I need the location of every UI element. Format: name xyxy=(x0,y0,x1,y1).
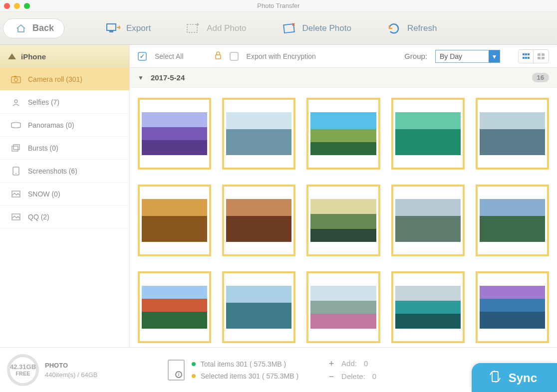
svg-rect-25 xyxy=(492,372,498,382)
svg-rect-0 xyxy=(107,24,116,30)
back-button[interactable]: Back xyxy=(3,18,64,38)
disclosure-triangle-icon: ▼ xyxy=(138,74,144,81)
sidebar-item-label: QQ (2) xyxy=(28,213,49,221)
sidebar: iPhone Camera roll (301) Selfies (7) Pan… xyxy=(0,45,130,347)
sync-icon xyxy=(489,370,502,386)
title-bar: Photo Transfer xyxy=(0,0,557,12)
storage-amount: 42.31GB xyxy=(10,363,36,371)
group-value: By Day xyxy=(440,52,462,60)
refresh-icon xyxy=(386,22,401,35)
filter-bar: ✓ Select All Export with Encryption Grou… xyxy=(130,45,557,68)
document-info-icon: i xyxy=(168,360,185,381)
photo-thumbnail[interactable] xyxy=(222,98,295,170)
refresh-button[interactable]: Refresh xyxy=(386,22,437,35)
delete-photo-button[interactable]: Delete Photo xyxy=(281,22,351,35)
svg-rect-23 xyxy=(538,57,541,59)
svg-rect-17 xyxy=(528,53,530,55)
encryption-label: Export with Encryption xyxy=(247,52,316,60)
photo-heading: PHOTO xyxy=(45,362,98,369)
minus-icon: − xyxy=(328,370,334,383)
grid-view-button[interactable] xyxy=(519,50,534,63)
sidebar-item-screenshots[interactable]: Screenshots (6) xyxy=(0,160,129,183)
svg-rect-2 xyxy=(187,24,197,32)
photo-subtext: 440item(s) / 64GB xyxy=(45,371,98,379)
chevron-down-icon: ▾ xyxy=(489,50,500,62)
panorama-icon xyxy=(11,121,21,129)
add-photo-icon xyxy=(186,22,201,35)
burst-icon xyxy=(11,144,21,152)
photo-thumbnail[interactable] xyxy=(476,98,549,170)
svg-rect-20 xyxy=(528,57,530,59)
photo-thumbnail[interactable] xyxy=(476,271,549,343)
delete-value: 0 xyxy=(372,370,376,383)
group-count-badge: 16 xyxy=(532,73,549,82)
item-stats: i Total items 301 ( 575.3MB ) Selected i… xyxy=(168,358,298,382)
add-value: 0 xyxy=(364,357,368,370)
photo-thumbnail[interactable] xyxy=(138,185,211,256)
album-icon xyxy=(11,190,21,198)
photo-thumbnail[interactable] xyxy=(391,98,465,170)
svg-rect-22 xyxy=(542,53,545,56)
sidebar-item-snow[interactable]: SNOW (0) xyxy=(0,183,129,205)
group-select[interactable]: By Day ▾ xyxy=(435,50,500,63)
add-photo-label: Add Photo xyxy=(207,23,246,33)
sync-button[interactable]: Sync xyxy=(472,363,557,392)
date-group-header[interactable]: ▼ 2017-5-24 16 xyxy=(130,68,557,88)
group-label: Group: xyxy=(404,52,427,60)
svg-rect-16 xyxy=(525,53,527,55)
svg-rect-18 xyxy=(523,57,525,59)
add-label: Add: xyxy=(341,357,357,370)
photo-thumbnail[interactable] xyxy=(222,271,295,343)
svg-rect-15 xyxy=(523,53,525,55)
storage-ring: 42.31GB FREE xyxy=(7,354,39,386)
main-area: iPhone Camera roll (301) Selfies (7) Pan… xyxy=(0,45,557,347)
status-footer: 42.31GB FREE PHOTO 440item(s) / 64GB i T… xyxy=(0,347,557,392)
select-all-label: Select All xyxy=(155,52,184,60)
photo-thumbnail[interactable] xyxy=(476,185,549,256)
svg-rect-19 xyxy=(525,57,527,59)
delete-label: Delete: xyxy=(341,370,365,383)
window-title: Photo Transfer xyxy=(0,2,557,9)
svg-rect-8 xyxy=(12,146,18,151)
list-view-button[interactable] xyxy=(534,50,549,63)
sidebar-item-label: Bursts (0) xyxy=(28,144,58,152)
photo-thumbnail[interactable] xyxy=(306,98,380,170)
export-label: Export xyxy=(126,23,151,33)
selected-items-text: Selected items 301 ( 575.3MB ) xyxy=(201,370,298,382)
device-header[interactable]: iPhone xyxy=(0,45,129,68)
total-items-text: Total items 301 ( 575.3MB ) xyxy=(201,358,286,370)
storage-free-label: FREE xyxy=(15,371,30,377)
photo-thumbnail[interactable] xyxy=(306,271,380,343)
photo-thumbnail[interactable] xyxy=(138,98,211,170)
camera-icon xyxy=(11,75,21,83)
photo-thumbnail[interactable] xyxy=(391,185,465,256)
sync-label: Sync xyxy=(509,371,537,385)
add-photo-button[interactable]: Add Photo xyxy=(186,22,246,35)
selfie-icon xyxy=(11,98,21,106)
photo-thumbnail[interactable] xyxy=(222,185,295,256)
sidebar-item-label: Selfies (7) xyxy=(28,98,59,106)
back-label: Back xyxy=(32,23,54,33)
photo-thumbnail[interactable] xyxy=(306,185,380,256)
delete-photo-label: Delete Photo xyxy=(302,23,351,33)
svg-point-7 xyxy=(14,100,17,103)
bullet-icon xyxy=(192,362,196,366)
photo-thumbnail[interactable] xyxy=(138,271,211,343)
bullet-icon xyxy=(192,374,196,378)
sidebar-item-panoramas[interactable]: Panoramas (0) xyxy=(0,114,129,137)
svg-rect-21 xyxy=(538,53,541,56)
select-all-checkbox[interactable]: ✓ xyxy=(138,52,147,61)
photo-thumbnail[interactable] xyxy=(391,271,465,343)
svg-rect-1 xyxy=(109,31,113,32)
sidebar-item-camera-roll[interactable]: Camera roll (301) xyxy=(0,68,129,91)
export-button[interactable]: Export xyxy=(105,22,151,35)
export-icon xyxy=(105,22,120,35)
sidebar-item-qq[interactable]: QQ (2) xyxy=(0,205,129,228)
encryption-checkbox[interactable] xyxy=(230,52,239,61)
sidebar-item-selfies[interactable]: Selfies (7) xyxy=(0,91,129,114)
sidebar-item-bursts[interactable]: Bursts (0) xyxy=(0,137,129,160)
device-name: iPhone xyxy=(21,52,46,61)
main-toolbar: Back Export Add Photo Delete Photo Refre… xyxy=(0,12,557,45)
photo-grid-scroll[interactable] xyxy=(130,88,557,347)
storage-summary: 42.31GB FREE PHOTO 440item(s) / 64GB xyxy=(3,354,148,386)
